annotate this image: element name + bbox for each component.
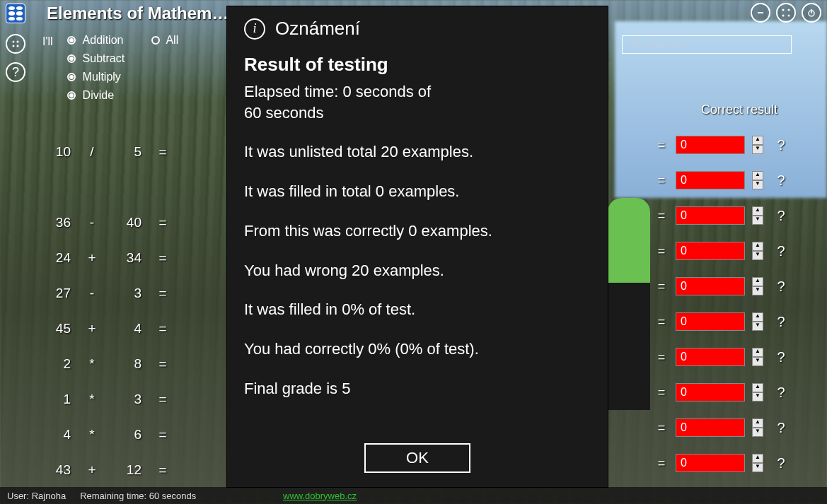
spin-up-button[interactable]: ▲ [752,348,763,357]
result-input[interactable] [676,348,745,366]
svg-point-8 [17,41,19,43]
radio-label: Divide [83,89,114,102]
menu-button[interactable] [6,34,25,54]
spin-down-button[interactable]: ▼ [752,357,763,366]
hint-button[interactable]: ? [770,137,792,153]
hint-button[interactable]: ? [770,349,792,365]
info-icon: i [244,18,265,40]
math-row: 2*8= [42,346,184,382]
operation-radios: Addition All Subtract Multiply Divide [67,34,179,102]
hint-button[interactable]: ? [770,314,792,330]
spin-down-button[interactable]: ▼ [752,145,763,154]
equals-sign: = [654,138,669,153]
spin-down-button[interactable]: ▼ [752,392,763,402]
radio-dot-icon [67,73,76,81]
spin-down-button[interactable]: ▼ [752,180,763,189]
radio-multiply[interactable]: Multiply [67,71,179,83]
svg-point-9 [13,45,15,47]
radio-subtract[interactable]: Subtract [67,52,179,65]
hint-button[interactable]: ? [770,420,792,436]
modal-pct-filled: It was filled in 0% of test. [244,299,591,320]
result-input[interactable] [676,418,745,437]
hint-button[interactable]: ? [770,208,792,224]
operand-2: 34 [113,250,141,266]
radio-divide[interactable]: Divide [67,89,179,102]
radio-dot-icon [151,36,160,45]
result-input[interactable] [676,242,745,260]
spin-up-button[interactable]: ▲ [752,454,763,463]
spin-up-button[interactable]: ▲ [752,206,763,216]
modal-elapsed-2: 60 seconds [244,102,591,124]
spin-down-button[interactable]: ▼ [752,463,763,472]
radio-label: Subtract [83,52,125,65]
background-person [608,198,650,410]
user-label: User: [7,491,29,501]
spin-down-button[interactable]: ▼ [752,216,763,225]
equals-sign: = [654,315,669,329]
radio-dot-icon [67,36,76,45]
equals-sign: = [654,209,669,223]
spin-up-button[interactable]: ▲ [752,171,763,180]
minimize-button[interactable] [751,3,770,23]
equals-sign: = [654,456,669,471]
result-input[interactable] [676,312,745,331]
radio-dot-icon [67,91,76,100]
number-spinner: ▲▼ [752,171,763,189]
help-button[interactable]: ? [6,62,25,82]
modal-wrong: You had wrong 20 examples. [244,260,591,281]
result-input[interactable] [676,206,745,225]
operand-1: 27 [42,286,71,301]
ok-button[interactable]: OK [364,443,470,473]
user-value: Rajnoha [32,491,66,501]
result-input[interactable] [676,277,745,295]
result-input[interactable] [676,454,745,472]
result-row: =▲▼? [654,269,792,304]
equals-sign: = [141,321,184,336]
result-input[interactable] [676,136,745,154]
operator: * [71,427,113,443]
equals-sign: = [141,286,184,301]
number-spinner: ▲▼ [752,312,763,331]
svg-point-1 [782,9,785,11]
hint-button[interactable]: ? [770,243,792,259]
power-button[interactable] [802,3,821,23]
app-icon [6,4,25,23]
footer-link[interactable]: www.dobryweb.cz [283,491,357,501]
spin-up-button[interactable]: ▲ [752,136,763,145]
result-row: =▲▼? [654,127,792,163]
ill-label: I'll [42,35,53,48]
spin-down-button[interactable]: ▼ [752,322,763,331]
spin-up-button[interactable]: ▲ [752,312,763,322]
spin-up-button[interactable]: ▲ [752,242,763,251]
spin-down-button[interactable]: ▼ [752,251,763,260]
spin-up-button[interactable]: ▲ [752,418,763,428]
spin-up-button[interactable]: ▲ [752,277,763,286]
maximize-button[interactable] [776,3,796,23]
modal-body: Result of testing Elapsed time: 0 second… [244,52,591,399]
operator: * [71,392,113,407]
equals-sign: = [654,279,669,294]
operand-2: 4 [113,321,141,336]
remaining-value: 60 seconds [149,491,197,501]
result-input[interactable] [676,383,745,402]
hint-button[interactable]: ? [770,385,792,401]
hint-button[interactable]: ? [770,279,792,295]
spin-down-button[interactable]: ▼ [752,286,763,295]
radio-all[interactable]: All [151,34,178,47]
operator: + [71,462,113,478]
radio-addition[interactable]: Addition All [67,34,179,47]
app-title: Elements of Mathem… [47,4,229,23]
status-bar: User: Rajnoha Remaining time: 60 seconds… [0,487,827,504]
equals-sign: = [141,356,184,372]
result-column: =▲▼?=▲▼?=▲▼?=▲▼?=▲▼?=▲▼?=▲▼?=▲▼?=▲▼?=▲▼? [654,127,792,481]
number-spinner: ▲▼ [752,383,763,402]
operand-2: 6 [113,427,141,443]
remaining-label: Remaining time: [80,491,146,501]
spin-down-button[interactable]: ▼ [752,428,763,437]
spin-up-button[interactable]: ▲ [752,383,763,392]
hint-button[interactable]: ? [770,455,792,471]
result-row: =▲▼? [654,410,792,445]
math-row [42,170,184,205]
hint-button[interactable]: ? [770,172,792,189]
result-input[interactable] [676,171,745,189]
